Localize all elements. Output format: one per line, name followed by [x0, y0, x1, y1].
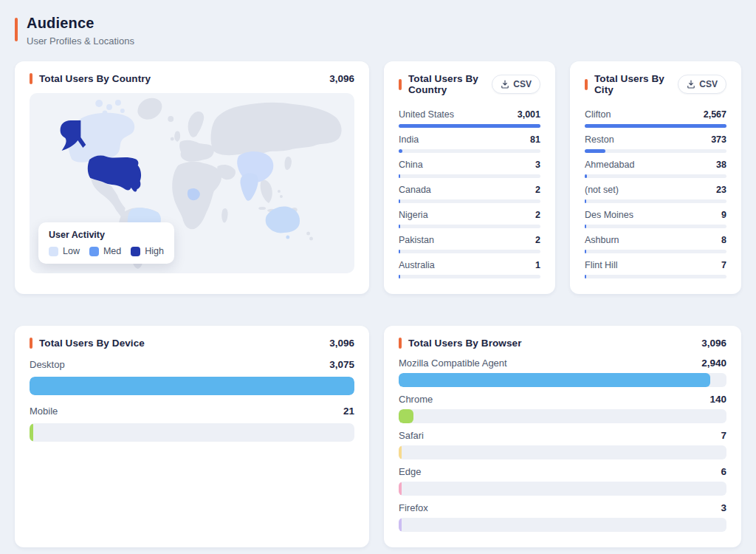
- row-bar-fill: [30, 377, 354, 395]
- map-madagascar[interactable]: [221, 208, 227, 222]
- city-card-title: Total Users By City: [594, 73, 678, 95]
- list-item-top: Nigeria 2: [399, 210, 540, 221]
- list-item: Reston 373: [585, 128, 726, 153]
- bar-item-top: Edge 6: [399, 466, 726, 477]
- map-card: Total Users By Country 3,096: [15, 61, 369, 294]
- list-item-top: United States 3,001: [399, 109, 540, 120]
- row-label: Mozilla Compatible Agent: [399, 358, 507, 369]
- bar-item: Safari 7: [399, 430, 726, 459]
- row-bar-fill: [399, 275, 400, 278]
- city-card-header: Total Users By City CSV: [585, 73, 726, 95]
- map-europe[interactable]: [179, 140, 214, 162]
- list-item-top: Flint Hill 7: [585, 260, 726, 271]
- bar-item-top: Mozilla Compatible Agent 2,940: [399, 358, 726, 369]
- map-philippines-1[interactable]: [278, 190, 281, 193]
- row-bar-track: [399, 482, 726, 496]
- row-label: United States: [399, 109, 454, 120]
- legend-label: Low: [63, 246, 80, 256]
- bar-item-top: Safari 7: [399, 430, 726, 441]
- browser-card-title: Total Users By Browser: [408, 338, 522, 349]
- legend-label: High: [145, 246, 164, 256]
- map-canada-island-1[interactable]: [95, 100, 103, 107]
- row-bar-track: [399, 275, 540, 278]
- map-indonesia-1[interactable]: [258, 207, 266, 210]
- map-japan[interactable]: [284, 157, 291, 170]
- bar-item: Edge 6: [399, 466, 726, 496]
- card-accent-bar: [399, 79, 402, 90]
- list-item-top: China 3: [399, 160, 540, 171]
- row-value: 2,940: [701, 358, 726, 369]
- card-accent-bar: [399, 338, 402, 349]
- map-scandinavia[interactable]: [188, 112, 205, 137]
- row-value: 3,001: [518, 109, 540, 120]
- map-card-total: 3,096: [329, 73, 354, 84]
- device-card-title: Total Users By Device: [39, 338, 145, 349]
- map-canada-island-5[interactable]: [120, 109, 125, 113]
- bar-item: Mobile 21: [30, 406, 354, 442]
- bar-item-top: Chrome 140: [399, 394, 726, 405]
- list-item-top: (not set) 23: [585, 185, 726, 196]
- page-title: Audience: [27, 15, 134, 32]
- legend-swatch: [49, 247, 58, 256]
- page-header: Audience User Profiles & Locations: [15, 15, 741, 47]
- row-bar-fill: [399, 518, 402, 532]
- city-csv-button[interactable]: CSV: [678, 75, 726, 94]
- bar-item-top: Firefox 3: [399, 502, 726, 513]
- map-canada-island-2[interactable]: [106, 104, 112, 110]
- row-value: 38: [716, 160, 726, 171]
- map-tasmania[interactable]: [286, 236, 289, 239]
- list-item: Australia 1: [399, 253, 540, 278]
- row-value: 1: [535, 260, 540, 271]
- row-label: China: [399, 160, 423, 171]
- map-new-zealand-2[interactable]: [309, 237, 313, 241]
- row-bar-fill: [399, 409, 413, 423]
- list-item: (not set) 23: [585, 178, 726, 203]
- map-canada-island-4[interactable]: [103, 111, 108, 116]
- bar-item: Desktop 3,075: [30, 359, 354, 395]
- row-value: 140: [709, 394, 726, 405]
- country-list-card: Total Users By Country CSV United States…: [384, 61, 555, 294]
- map-ireland[interactable]: [171, 137, 174, 141]
- legend-title: User Activity: [49, 230, 164, 240]
- map-greenland[interactable]: [137, 98, 162, 120]
- row-label: Flint Hill: [585, 260, 617, 271]
- row-bar-track: [399, 518, 726, 532]
- country-csv-button[interactable]: CSV: [492, 75, 540, 94]
- row-value: 2: [535, 210, 540, 221]
- city-list: Clifton 2,567 Reston 373 Ahmedabad 38 (n…: [585, 103, 726, 278]
- map-uk[interactable]: [174, 131, 180, 142]
- browser-card: Total Users By Browser 3,096 Mozilla Com…: [384, 326, 741, 547]
- map-canada-island-3[interactable]: [115, 100, 121, 106]
- row-label: Mobile: [30, 406, 58, 417]
- row-label: Australia: [399, 260, 435, 271]
- row-value: 2: [535, 185, 540, 196]
- device-bar-list: Desktop 3,075 Mobile 21: [30, 359, 354, 442]
- row-label: Chrome: [399, 394, 433, 405]
- city-list-card: Total Users By City CSV Clifton 2,567 Re…: [570, 61, 741, 294]
- map-new-zealand-1[interactable]: [306, 232, 310, 236]
- browser-card-total: 3,096: [701, 338, 726, 349]
- card-accent-bar: [30, 73, 32, 84]
- download-icon: [501, 80, 509, 89]
- list-item: Des Moines 9: [585, 203, 726, 228]
- map-philippines-2[interactable]: [280, 195, 283, 198]
- row-label: Pakistan: [399, 235, 434, 246]
- row-bar-track: [30, 423, 354, 442]
- map-southeast-asia[interactable]: [261, 180, 272, 203]
- row-bar-fill: [399, 482, 402, 496]
- map-card-title: Total Users By Country: [39, 73, 151, 84]
- bar-item: Chrome 140: [399, 394, 726, 423]
- legend-swatch: [131, 247, 140, 256]
- device-card: Total Users By Device 3,096 Desktop 3,07…: [15, 326, 369, 547]
- map-russia[interactable]: [211, 103, 342, 155]
- row-bar-fill: [399, 373, 710, 387]
- list-item-top: Canada 2: [399, 185, 540, 196]
- map-iceland[interactable]: [168, 116, 173, 122]
- map-india[interactable]: [240, 173, 258, 201]
- row-value: 2: [535, 235, 540, 246]
- row-value: 81: [530, 134, 540, 146]
- row-value: 2,567: [704, 109, 726, 120]
- row-value: 9: [721, 210, 726, 221]
- row-bar-fill: [30, 423, 33, 442]
- card-accent-bar: [585, 79, 588, 90]
